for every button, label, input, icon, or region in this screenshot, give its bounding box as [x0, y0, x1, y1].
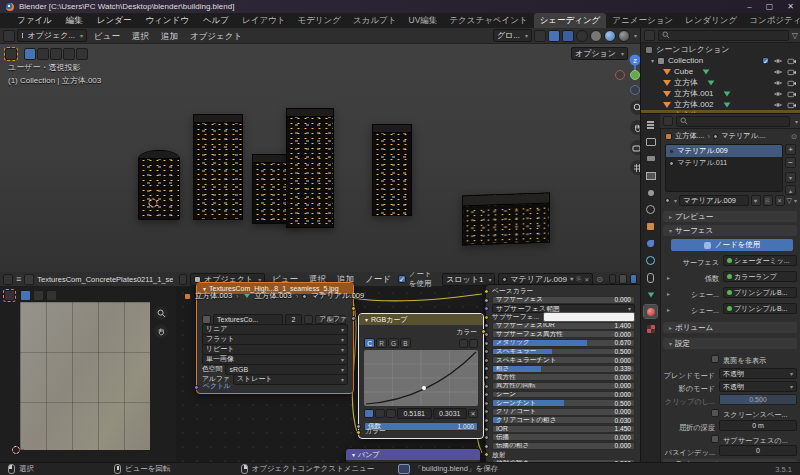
pass-index-field[interactable]: 0	[719, 445, 797, 456]
transform-orientation-dropdown[interactable]: グロ...▾	[493, 29, 532, 42]
select-box-tool-button[interactable]	[24, 48, 36, 60]
bump-node[interactable]: ▾バンプ	[345, 448, 481, 462]
vp-menu-object[interactable]: オブジェクト	[185, 28, 247, 44]
tab-texture[interactable]	[644, 322, 657, 335]
hide-eye-icon[interactable]	[773, 101, 783, 109]
vp-menu-add[interactable]: 追加	[156, 28, 183, 44]
camera-view-button[interactable]	[630, 140, 640, 155]
rgb-curves-node[interactable]: ▾RGBカーブ カラー C R G B 0.5181 0.3031 ✕	[358, 313, 484, 439]
disable-render-camera-icon[interactable]	[787, 90, 797, 98]
anisotropic-rotation-slider[interactable]: 異方性の回転0.000	[492, 382, 635, 390]
tab-output[interactable]	[644, 152, 657, 165]
subsurface-translucency-checkbox[interactable]	[711, 435, 719, 443]
interpolation-dropdown[interactable]: リニア▾	[202, 324, 348, 335]
scale-tool-button[interactable]	[76, 48, 88, 60]
tab-compositing[interactable]: コンポジティング	[743, 13, 800, 28]
copy-material-icon[interactable]: ⎘	[763, 195, 773, 206]
tab-tool[interactable]	[644, 118, 657, 131]
tab-material[interactable]	[644, 305, 657, 318]
material-name-field[interactable]: マテリアル.009	[679, 195, 749, 206]
clearcoat-roughness-slider[interactable]: クリアコートの粗さ0.030	[492, 416, 635, 424]
maximize-button[interactable]: ▢	[766, 2, 774, 11]
tab-uv[interactable]: UV編集	[403, 13, 444, 28]
sheen-slider[interactable]: シーン0.000	[492, 391, 635, 399]
tab-view-layer[interactable]	[644, 169, 657, 182]
disable-render-camera-icon[interactable]	[787, 68, 797, 76]
shading-solid-icon[interactable]	[590, 30, 602, 42]
collection-row[interactable]: ▾ Collection ✓	[641, 55, 800, 66]
projection-dropdown[interactable]: フラット▾	[202, 334, 348, 345]
metallic-slider[interactable]: メタリック0.670	[492, 339, 635, 347]
image-view-tool-3[interactable]	[46, 290, 57, 301]
color-output-socket[interactable]	[351, 306, 356, 311]
channel-g-button[interactable]: G	[388, 338, 399, 348]
slot-row-selected[interactable]: マテリアル.009	[666, 145, 782, 157]
transmission-slider[interactable]: 伝播0.000	[492, 433, 635, 441]
properties-editor[interactable]: ▾ 立方体....› マテリアル.... ⊙ マテリアル.009 マテリアル.0…	[640, 113, 800, 463]
handle-vector-icon[interactable]	[375, 409, 385, 418]
specular-slider[interactable]: スペキュラー0.500	[492, 348, 635, 356]
tab-object-data[interactable]	[644, 288, 657, 301]
proportional-edit-icon[interactable]	[562, 30, 574, 42]
shader-link-value-2[interactable]: プリンシプルB...	[723, 303, 797, 314]
disable-render-camera-icon[interactable]	[787, 79, 797, 87]
surface-shader-value[interactable]: シェーダーミッ...	[723, 255, 797, 266]
fake-user-icon[interactable]	[304, 315, 313, 324]
move-tool-button[interactable]	[50, 48, 62, 60]
handle-auto-icon[interactable]	[364, 409, 374, 418]
alpha-mode-dropdown[interactable]: ストレート▾	[233, 374, 348, 385]
minimize-button[interactable]: –	[747, 2, 751, 11]
material-slots-list[interactable]: マテリアル.009 マテリアル.011	[665, 144, 783, 192]
panel-preview[interactable]: ▸プレビュー	[663, 211, 797, 222]
building-tall-3[interactable]	[372, 124, 412, 216]
transmission-roughness-slider[interactable]: 伝播の粗さ0.000	[492, 442, 635, 450]
curve-zoom-in-icon[interactable]	[459, 339, 468, 348]
tab-modifiers[interactable]	[644, 237, 657, 250]
delete-point-icon[interactable]: ✕	[468, 409, 478, 418]
disable-render-camera-icon[interactable]	[787, 57, 797, 65]
screen-space-refraction-checkbox[interactable]	[711, 409, 719, 417]
image-view-tool-1[interactable]	[20, 290, 31, 301]
image-pan-hand-button[interactable]	[154, 324, 168, 338]
image-zoom-button[interactable]	[154, 306, 168, 320]
tab-scene[interactable]	[644, 186, 657, 199]
curve-y-field[interactable]: 0.3031	[433, 408, 468, 419]
toggle-grid-button[interactable]	[630, 160, 640, 175]
tab-rendering[interactable]: レンダリング	[679, 13, 743, 28]
object-row-cube-002[interactable]: 立方体.002	[641, 99, 800, 110]
tab-texture-paint[interactable]: テクスチャペイント	[443, 13, 533, 28]
channel-r-button[interactable]: R	[376, 338, 387, 348]
use-nodes-button[interactable]: ノードを使用	[671, 239, 793, 251]
shader-link-value-1[interactable]: プリンシプルB...	[723, 287, 797, 298]
filter-icon[interactable]: ▽▾	[787, 197, 797, 205]
curve-widget[interactable]	[364, 350, 478, 406]
outliner[interactable]: ▽ シーンコレクション ▾ Collection ✓ Cube	[640, 28, 800, 113]
viewport-3d[interactable]: オブジェク...▾ ビュー 選択 追加 オブジェクト グロ...▾ ▾ オプショ…	[0, 28, 640, 272]
pivot-point-icon[interactable]	[534, 30, 546, 42]
specular-tint-slider[interactable]: スペキュラーチント0.000	[492, 356, 635, 364]
tab-constraints[interactable]	[644, 271, 657, 284]
alpha-output-socket[interactable]	[351, 316, 356, 321]
rgb-curves-node-header[interactable]: ▾RGBカーブ	[359, 314, 483, 325]
image-tweak-tool-button[interactable]	[4, 290, 15, 301]
subsurface-anisotropy-slider[interactable]: サブサーフェス異方性0.000	[492, 330, 635, 338]
vp-menu-select[interactable]: 選択	[127, 28, 154, 44]
building-tall-2[interactable]	[286, 108, 334, 228]
sheen-tint-slider[interactable]: シーンチント0.500	[492, 399, 635, 407]
backface-checkbox[interactable]	[711, 355, 719, 363]
users-count-button[interactable]: 2	[285, 314, 302, 325]
blend-mode-dropdown[interactable]: 不透明▾	[719, 368, 797, 379]
properties-search-input[interactable]	[676, 116, 790, 127]
color-space-dropdown[interactable]: sRGB▾	[225, 364, 348, 375]
collection-checkbox[interactable]: ✓	[762, 57, 769, 64]
building-tall-1[interactable]	[193, 114, 243, 220]
tab-sculpting[interactable]: スカルプト	[347, 13, 403, 28]
image-name-field[interactable]: TexturesCo...	[213, 314, 283, 325]
vector-input-socket[interactable]	[194, 385, 199, 390]
hide-eye-icon[interactable]	[773, 57, 783, 65]
display-mode-icon[interactable]	[644, 30, 655, 41]
channel-c-button[interactable]: C	[364, 338, 375, 348]
curves-color-input-socket[interactable]	[356, 430, 361, 435]
fac-link-value[interactable]: カラーランプ	[723, 271, 797, 282]
image-view-tool-2[interactable]	[33, 290, 44, 301]
